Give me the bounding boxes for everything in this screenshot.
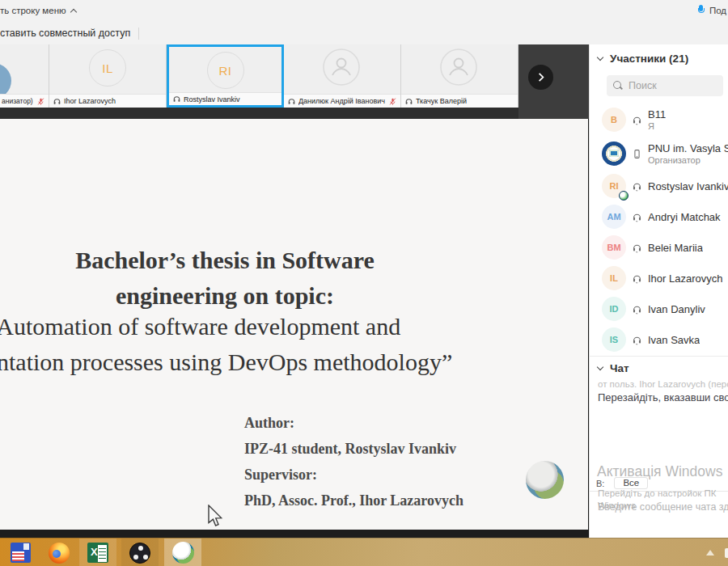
headset-icon	[632, 304, 642, 315]
headset-icon	[632, 335, 642, 345]
tile-name-bar: анизатор)	[0, 94, 49, 108]
participant-row[interactable]: B	[590, 103, 728, 137]
supervisor-label: Supervisor:	[244, 462, 463, 488]
window-topbar: ть строку меню Под	[0, 0, 728, 22]
tile-participant-name: Ткачук Валерій	[416, 97, 467, 105]
headset-icon	[632, 273, 642, 284]
chat-recipient-row: В: Все	[596, 477, 648, 489]
participant-row[interactable]: ID	[590, 294, 728, 324]
participant-name: B11	[648, 108, 666, 120]
webex-meeting-window: ть строку меню Под ставить совместный до…	[0, 0, 728, 566]
participant-name: Ihor Lazarovych	[648, 272, 723, 285]
video-tile[interactable]: IL	[49, 44, 167, 108]
chat-panel-header[interactable]: Чат	[598, 362, 629, 374]
recipient-dropdown[interactable]: Все	[614, 477, 648, 489]
participant-name: PNU im. Vasyla Stefanyka	[648, 142, 728, 154]
participant-avatar: RI	[602, 174, 626, 198]
video-tile[interactable]: Данилюк Андрій Іванович	[284, 44, 401, 108]
slide-topic-line2: ntation processes using DevOps methodolo…	[0, 348, 452, 376]
taskbar-webex-button[interactable]	[164, 539, 201, 566]
tray-icon-partial	[725, 548, 728, 558]
audio-status-label: Под	[709, 6, 726, 15]
video-tile[interactable]: Ткачук Валерій	[401, 44, 518, 108]
participants-panel-header[interactable]: Участники (21)	[598, 53, 688, 65]
participant-name: Belei Mariia	[648, 242, 703, 254]
audio-status[interactable]: Под	[698, 5, 726, 15]
show-hidden-icons-arrow[interactable]	[706, 550, 714, 555]
chat-message-text: Перезайдіть, вказавши своє ім'я	[598, 391, 728, 403]
presentation-area: анизатор)	[0, 44, 589, 538]
tile-name-bar: Данилюк Андрій Іванович	[284, 94, 400, 108]
participant-role: Я	[648, 121, 666, 131]
participant-role: Организатор	[648, 155, 728, 165]
collapse-menu-control[interactable]: ть строку меню	[0, 6, 76, 15]
slide-title-line1: Bachelor’s thesis in Software	[0, 243, 450, 278]
firefox-icon	[49, 543, 70, 564]
participant-row[interactable]: BM	[590, 232, 728, 263]
menu-bar: ставить совместный доступ	[0, 22, 728, 44]
chevron-down-icon	[597, 364, 603, 370]
chevron-down-icon	[597, 54, 603, 61]
person-icon	[439, 48, 478, 87]
tile-name-bar: Ihor Lazarovych	[49, 94, 166, 108]
headset-icon	[632, 115, 642, 125]
chat-message-meta: от польз. Ihor Lazarovych (персональное)	[598, 379, 728, 389]
video-tile[interactable]: RI	[167, 44, 284, 108]
participant-avatar	[324, 49, 361, 87]
filmstrip-overflow-area	[518, 44, 589, 119]
taskbar-firefox-button[interactable]	[40, 539, 78, 566]
participant-avatar: B	[602, 108, 626, 132]
participant-search-input[interactable]: Поиск	[607, 75, 723, 96]
muted-mic-icon	[36, 97, 45, 106]
recipient-label: В:	[596, 479, 604, 488]
webex-icon	[172, 542, 194, 564]
participant-avatar: BM	[602, 235, 626, 260]
menu-divider	[138, 27, 139, 40]
author-label: Author:	[244, 410, 463, 436]
participant-row[interactable]: RI	[590, 171, 728, 201]
floppy-disk-icon	[11, 543, 31, 563]
participant-name: Ivan Danyliv	[648, 303, 705, 315]
windows-activation-watermark-line2: Перейдіть до настройок ПК	[598, 488, 728, 498]
headset-icon	[632, 212, 642, 222]
participant-row[interactable]: IS	[590, 324, 728, 355]
participant-avatar: IL	[89, 49, 126, 87]
participant-avatar: IL	[602, 266, 626, 290]
participant-avatar: AM	[602, 205, 626, 229]
windows-taskbar	[0, 538, 728, 566]
next-participants-button[interactable]	[528, 65, 553, 90]
headset-icon	[632, 181, 642, 192]
webex-logo-icon	[526, 461, 564, 499]
participants-list: B	[590, 103, 728, 355]
participant-row[interactable]: PNU im. Vasyla Stefanyka Организатор	[590, 137, 728, 171]
taskbar-save-app-button[interactable]	[2, 539, 39, 566]
participant-avatar: ID	[602, 297, 626, 321]
obs-icon	[129, 543, 150, 564]
tile-participant-name: Ihor Lazarovych	[64, 97, 116, 105]
participant-row[interactable]: AM	[590, 201, 728, 232]
supervisor-value: PhD, Assoc. Prof., Ihor Lazarovych	[244, 488, 463, 513]
mobile-device-icon	[632, 149, 642, 159]
search-placeholder: Поиск	[629, 80, 657, 91]
taskbar-obs-button[interactable]	[121, 539, 159, 566]
participant-name: Rostyslav Ivankiv	[648, 180, 728, 192]
excel-icon	[87, 543, 108, 563]
participants-header-label: Участники (21)	[610, 53, 688, 65]
chat-header-label: Чат	[610, 362, 629, 374]
slide-title: Bachelor’s thesis in Software engineerin…	[0, 243, 450, 314]
chevron-up-icon	[70, 8, 76, 15]
participant-name: Ivan Savka	[648, 334, 700, 346]
meeting-side-panel: Участники (21) Поиск B	[589, 44, 728, 538]
headset-icon	[404, 97, 413, 106]
video-tile[interactable]: анизатор)	[0, 44, 49, 108]
slide-author-block: Author: IPZ-41 student, Rostyslav Ivanki…	[244, 410, 463, 513]
shared-slide: Bachelor’s thesis in Software engineerin…	[0, 119, 588, 530]
muted-mic-icon	[388, 97, 397, 106]
participant-avatar: RI	[207, 52, 244, 89]
taskbar-excel-button[interactable]	[79, 539, 116, 566]
windows-activation-watermark-line3: Windows	[598, 501, 636, 510]
tile-name-bar: Ткачук Валерій	[401, 94, 518, 108]
menu-item-share[interactable]: ставить совместный доступ	[0, 27, 130, 39]
participant-row[interactable]: IL	[590, 263, 728, 294]
window-bottom-strip	[0, 530, 588, 538]
